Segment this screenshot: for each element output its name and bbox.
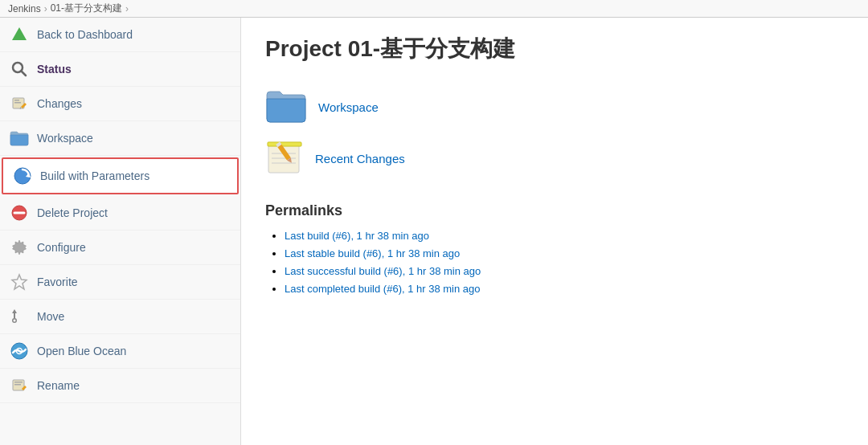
- permalink-last-completed-build[interactable]: Last completed build (#6), 1 hr 38 min a…: [285, 283, 481, 295]
- svg-rect-4: [14, 100, 19, 101]
- sidebar-item-back-to-dashboard[interactable]: Back to Dashboard: [0, 18, 240, 52]
- list-item: Last build (#6), 1 hr 38 min ago: [285, 229, 844, 242]
- page-title: Project 01-基于分支构建: [265, 34, 844, 64]
- sidebar-label-changes: Changes: [37, 97, 82, 110]
- svg-rect-22: [14, 384, 21, 386]
- sidebar-label-rename: Rename: [37, 379, 80, 392]
- svg-line-2: [22, 71, 27, 76]
- notes-icon: [265, 139, 304, 178]
- sidebar-label-build-with-parameters: Build with Parameters: [40, 169, 149, 182]
- delete-icon: [10, 203, 29, 222]
- svg-rect-21: [14, 382, 23, 383]
- sidebar-item-configure[interactable]: Configure: [0, 231, 240, 265]
- sidebar-label-open-blue-ocean: Open Blue Ocean: [37, 345, 126, 357]
- search-icon: [10, 59, 29, 79]
- permalinks-list: Last build (#6), 1 hr 38 min ago Last st…: [265, 229, 844, 295]
- sidebar-label-status: Status: [37, 63, 72, 76]
- arrow-up-icon: [10, 25, 29, 44]
- pencil-icon: [10, 94, 29, 113]
- content-links: Workspace: [265, 88, 844, 178]
- workspace-link[interactable]: Workspace: [318, 100, 379, 114]
- rename-icon: [10, 376, 29, 395]
- breadcrumb-project[interactable]: 01-基于分支构建: [51, 2, 122, 15]
- sidebar-label-workspace: Workspace: [37, 132, 93, 145]
- build-icon: [13, 166, 32, 186]
- workspace-link-item: Workspace: [265, 88, 844, 126]
- breadcrumb-jenkins[interactable]: Jenkins: [8, 3, 41, 14]
- svg-marker-17: [12, 309, 17, 313]
- list-item: Last stable build (#6), 1 hr 38 min ago: [285, 247, 844, 259]
- permalink-last-stable-build[interactable]: Last stable build (#6), 1 hr 38 min ago: [285, 247, 460, 259]
- svg-marker-0: [12, 27, 27, 40]
- list-item: Last successful build (#6), 1 hr 38 min …: [285, 264, 844, 277]
- svg-marker-13: [12, 275, 27, 289]
- sidebar-item-move[interactable]: Move: [0, 300, 240, 334]
- svg-rect-5: [14, 102, 21, 104]
- star-icon: [10, 272, 29, 292]
- sidebar-item-open-blue-ocean[interactable]: Open Blue Ocean: [0, 334, 240, 369]
- content-area: Project 01-基于分支构建 Workspace: [241, 18, 868, 445]
- sidebar-item-favorite[interactable]: Favorite: [0, 265, 240, 300]
- permalinks-section: Permalinks Last build (#6), 1 hr 38 min …: [265, 202, 844, 295]
- permalinks-title: Permalinks: [265, 202, 844, 219]
- main-layout: Back to Dashboard Status: [0, 18, 868, 445]
- permalink-last-build[interactable]: Last build (#6), 1 hr 38 min ago: [285, 230, 429, 242]
- permalink-last-successful-build[interactable]: Last successful build (#6), 1 hr 38 min …: [285, 265, 481, 277]
- breadcrumb-arrow-2: ›: [125, 3, 129, 14]
- workspace-folder-icon: [265, 88, 307, 126]
- recent-changes-link[interactable]: Recent Changes: [315, 152, 405, 165]
- sidebar-item-status[interactable]: Status: [0, 52, 240, 87]
- sidebar-item-workspace[interactable]: Workspace: [0, 121, 240, 156]
- sidebar-label-configure: Configure: [37, 241, 86, 254]
- list-item: Last completed build (#6), 1 hr 38 min a…: [285, 282, 844, 295]
- recent-changes-link-item: Recent Changes: [265, 139, 844, 178]
- sidebar-item-rename[interactable]: Rename: [0, 369, 240, 403]
- folder-icon: [10, 129, 29, 148]
- sidebar-item-changes[interactable]: Changes: [0, 87, 240, 121]
- sidebar-label-move: Move: [37, 310, 64, 323]
- sidebar-label-delete-project: Delete Project: [37, 206, 108, 219]
- sidebar-label-favorite: Favorite: [37, 276, 78, 288]
- svg-rect-26: [268, 142, 301, 146]
- move-icon: [10, 307, 29, 326]
- sidebar: Back to Dashboard Status: [0, 18, 241, 445]
- sidebar-item-build-with-parameters[interactable]: Build with Parameters: [2, 157, 239, 194]
- breadcrumb-bar: Jenkins › 01-基于分支构建 ›: [0, 0, 868, 18]
- sidebar-item-delete-project[interactable]: Delete Project: [0, 196, 240, 231]
- breadcrumb-arrow-1: ›: [44, 3, 47, 14]
- svg-point-15: [14, 320, 16, 322]
- blue-ocean-icon: [10, 341, 29, 361]
- sidebar-label-back-to-dashboard: Back to Dashboard: [37, 28, 133, 41]
- gear-icon: [10, 238, 29, 257]
